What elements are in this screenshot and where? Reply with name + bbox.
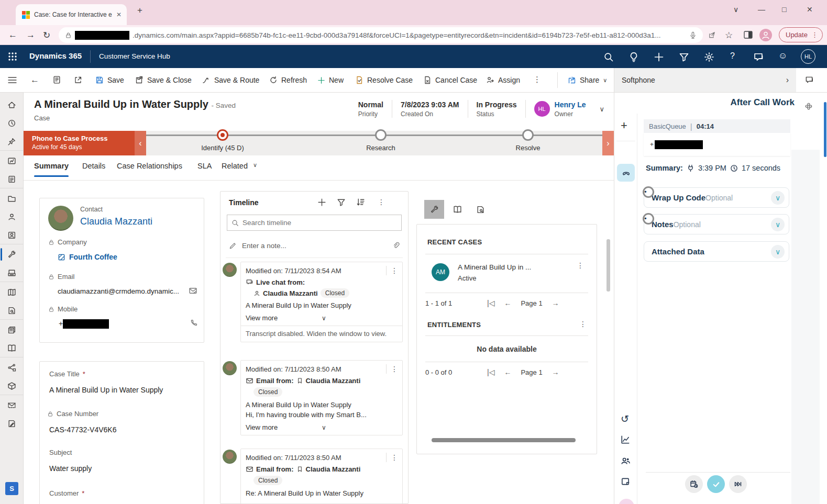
help-icon[interactable]: ? bbox=[730, 51, 735, 61]
sidebar-item-mail-merge[interactable] bbox=[0, 396, 24, 414]
widget-settings-icon[interactable] bbox=[804, 102, 813, 110]
active-call-session-button[interactable] bbox=[617, 164, 635, 182]
paperclip-icon[interactable] bbox=[392, 242, 400, 249]
window-close-icon[interactable]: ✕ bbox=[807, 5, 813, 14]
browser-profile-avatar[interactable] bbox=[759, 29, 772, 41]
productivity-chat-icon[interactable] bbox=[804, 75, 814, 85]
send-email-icon[interactable] bbox=[189, 286, 197, 295]
new-button[interactable]: New bbox=[314, 68, 347, 92]
save-button[interactable]: Save bbox=[92, 68, 127, 92]
save-close-button[interactable]: Save & Close bbox=[132, 68, 195, 92]
timeline-search-box[interactable] bbox=[227, 215, 402, 231]
customers-people-icon[interactable] bbox=[621, 456, 631, 466]
recent-case-kebab-icon[interactable]: ⋮ bbox=[577, 261, 584, 270]
share-page-icon[interactable] bbox=[708, 31, 716, 39]
timeline-add-icon[interactable] bbox=[317, 198, 326, 207]
tab-summary[interactable]: Summary bbox=[34, 162, 69, 170]
back-icon[interactable]: ← bbox=[8, 30, 17, 40]
sidebar-item-products[interactable] bbox=[0, 377, 24, 395]
brand-title[interactable]: Dynamics 365 bbox=[29, 51, 82, 60]
recent-case-title[interactable]: A Mineral Build Up in ... bbox=[458, 263, 531, 271]
timeline-search-input[interactable] bbox=[242, 219, 397, 227]
forward-icon[interactable]: → bbox=[26, 30, 35, 40]
content-vertical-scrollbar[interactable] bbox=[607, 239, 610, 292]
pager-prev-icon[interactable]: ← bbox=[504, 299, 511, 307]
app-name[interactable]: Customer Service Hub bbox=[99, 52, 170, 60]
sidebar-item-knowledge-articles[interactable] bbox=[0, 283, 24, 301]
tool-tab-related-records-selected[interactable] bbox=[424, 200, 444, 219]
skip-acw-button[interactable] bbox=[729, 475, 747, 493]
company-value[interactable]: Fourth Coffee bbox=[58, 253, 117, 261]
open-in-new-icon[interactable] bbox=[74, 76, 82, 84]
view-more-toggle[interactable]: View more ∨ bbox=[241, 310, 402, 326]
chevron-down-icon[interactable]: ∨ bbox=[771, 218, 785, 231]
save-route-button[interactable]: Save & Route bbox=[199, 68, 262, 92]
microphone-icon[interactable] bbox=[689, 31, 697, 39]
timeline-entry-email[interactable]: Modified on: 7/11/2023 8:50 AM ⋮ Email f… bbox=[240, 449, 403, 504]
tab-related[interactable]: Related bbox=[222, 162, 248, 170]
timeline-entry-livechat[interactable]: Modified on: 7/11/2023 8:54 AM ⋮ Live ch… bbox=[240, 262, 403, 342]
sidebar-item-home[interactable] bbox=[0, 96, 24, 114]
chevron-down-icon[interactable]: ∨ bbox=[771, 191, 785, 205]
active-stage-marker[interactable] bbox=[217, 129, 228, 141]
timeline-sort-icon[interactable] bbox=[356, 198, 365, 207]
entry-kebab-icon[interactable]: ⋮ bbox=[391, 453, 398, 462]
account-avatar[interactable]: HL bbox=[801, 49, 815, 64]
sidebar-item-connections[interactable] bbox=[0, 359, 24, 376]
sidebar-item-articles[interactable] bbox=[0, 415, 24, 432]
resolve-case-button[interactable]: Resolve Case bbox=[352, 68, 416, 92]
stage-marker[interactable] bbox=[522, 129, 534, 141]
sidebar-item-social-profiles[interactable] bbox=[0, 226, 24, 244]
case-title-value[interactable]: A Mineral Build Up in Water Supply bbox=[49, 386, 163, 394]
panel-vertical-scrollbar[interactable] bbox=[824, 102, 826, 157]
schedule-callback-button[interactable] bbox=[685, 475, 703, 493]
sidebar-item-recent[interactable] bbox=[0, 114, 24, 132]
timeline-filter-icon[interactable] bbox=[337, 198, 346, 207]
sidebar-item-pinned[interactable] bbox=[0, 132, 24, 150]
emoji-icon[interactable]: ☺ bbox=[778, 51, 787, 61]
sidebar-item-queues[interactable] bbox=[0, 264, 24, 282]
sidebar-item-knowledge-search[interactable] bbox=[0, 301, 24, 319]
tab-case-relationships[interactable]: Case Relationships bbox=[117, 162, 182, 170]
filter-icon[interactable] bbox=[679, 52, 689, 62]
view-more-toggle[interactable]: View more ∨ bbox=[241, 420, 402, 435]
bpf-next-chevron[interactable]: › bbox=[602, 131, 614, 155]
chevron-down-icon[interactable]: ∨ bbox=[771, 245, 785, 259]
notes-card-icon[interactable] bbox=[621, 477, 630, 486]
entry-kebab-icon[interactable]: ⋮ bbox=[391, 365, 398, 373]
tool-tab-search-articles[interactable] bbox=[470, 200, 490, 219]
timeline-entry-email[interactable]: Modified on: 7/11/2023 8:50 AM ⋮ Email f… bbox=[240, 360, 403, 435]
address-bar[interactable]: .dynamics.com/main.aspx?appid=6685b74b-f… bbox=[59, 27, 703, 43]
refresh-button[interactable]: Refresh bbox=[266, 68, 310, 92]
split-screen-icon[interactable] bbox=[744, 31, 753, 39]
insights-chart-icon[interactable] bbox=[621, 435, 630, 444]
back-nav-icon[interactable]: ← bbox=[30, 75, 39, 85]
tab-menu-icon[interactable]: ∨ bbox=[733, 5, 738, 14]
browser-menu-kebab-icon[interactable]: ⋮ bbox=[811, 31, 818, 39]
gear-icon[interactable] bbox=[704, 52, 714, 62]
tab-sla[interactable]: SLA bbox=[197, 162, 212, 170]
form-switcher-icon[interactable] bbox=[52, 75, 61, 84]
subject-value[interactable]: Water supply bbox=[49, 464, 92, 473]
sidebar-item-accounts[interactable] bbox=[0, 189, 24, 207]
timeline-note-row[interactable]: Enter a note... bbox=[227, 238, 402, 253]
sidebar-item-dashboards[interactable] bbox=[0, 152, 24, 170]
lightbulb-icon[interactable] bbox=[628, 52, 639, 62]
feedback-chat-icon[interactable] bbox=[753, 52, 764, 62]
contact-name-link[interactable]: Claudia Mazzanti bbox=[80, 216, 152, 227]
sitemap-area-switcher[interactable]: S bbox=[5, 482, 18, 495]
sidebar-item-contacts[interactable] bbox=[0, 208, 24, 226]
owner-field[interactable]: HL Henry Le Owner bbox=[526, 100, 594, 118]
sidebar-item-cases-selected[interactable] bbox=[0, 245, 24, 263]
agent-presence-avatar[interactable]: HL bbox=[619, 499, 634, 504]
notes-section[interactable]: Notes • Optional ∨ bbox=[644, 214, 789, 234]
collapse-panel-chevron-icon[interactable]: › bbox=[786, 75, 789, 85]
tab-close-icon[interactable]: ✕ bbox=[116, 11, 122, 18]
bpf-collapse-chevron[interactable]: ‹ bbox=[135, 131, 146, 155]
complete-acw-check-button[interactable] bbox=[707, 475, 725, 493]
pager-prev-icon[interactable]: ← bbox=[504, 368, 511, 376]
quick-create-plus-icon[interactable] bbox=[654, 52, 664, 62]
history-icon[interactable]: ↺ bbox=[621, 413, 629, 425]
new-tab-button[interactable]: + bbox=[137, 5, 142, 16]
stage-marker[interactable] bbox=[375, 129, 387, 141]
